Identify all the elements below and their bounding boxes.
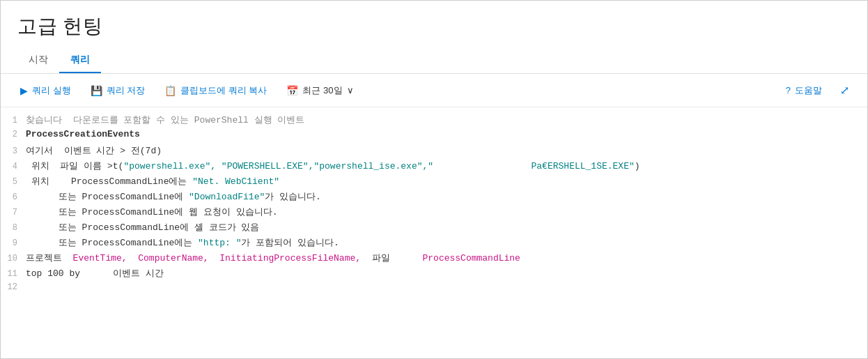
date-filter-button[interactable]: 📅 최근 30일 ∨ xyxy=(278,80,362,101)
tab-query[interactable]: 쿼리 xyxy=(59,48,101,73)
tabs-row: 시작 쿼리 xyxy=(1,48,867,74)
calendar-icon: 📅 xyxy=(286,85,298,96)
code-line-11: 11 top 100 by 이벤트 시간 xyxy=(1,266,867,282)
code-line-6: 6 또는 ProcessComandLine에 "DownloadFi1e"가 … xyxy=(1,190,867,205)
copy-query-button[interactable]: 📋 클립보드에 쿼리 복사 xyxy=(156,80,275,101)
code-line-2: 2 ProcessCreationEvents xyxy=(1,128,867,144)
page-title: 고급 헌팅 xyxy=(17,13,851,40)
code-line-4: 4 위치 파일 이름 >t("powershell.exe", "POWERSH… xyxy=(1,159,867,174)
play-icon: ▶ xyxy=(20,85,28,96)
expand-icon: ⤢ xyxy=(840,84,849,97)
code-line-9: 9 또는 ProcessComandLine에는 "http: "가 포함되어 … xyxy=(1,236,867,251)
save-icon: 💾 xyxy=(91,85,102,96)
toolbar: ▶ 쿼리 실행 💾 쿼리 저장 📋 클립보드에 쿼리 복사 📅 최근 30일 ∨… xyxy=(1,74,867,107)
code-line-5: 5 위치 ProcessCommandLine에는 "Net. WebC1ien… xyxy=(1,174,867,190)
code-editor[interactable]: 1 찾습니다 다운로드를 포함할 수 있는 PowerShell 실행 이벤트 … xyxy=(1,107,867,330)
run-query-button[interactable]: ▶ 쿼리 실행 xyxy=(12,80,79,101)
code-line-10: 10 프로젝트 EventTime, ComputerName, Initiat… xyxy=(1,251,867,266)
code-line-12: 12 xyxy=(1,282,867,297)
help-button[interactable]: ? 도움말 xyxy=(777,80,830,101)
help-icon: ? xyxy=(786,85,791,96)
code-line-1: 1 찾습니다 다운로드를 포함할 수 있는 PowerShell 실행 이벤트 xyxy=(1,113,867,128)
code-line-3: 3 여기서 이벤트 시간 > 전(7d) xyxy=(1,144,867,159)
code-line-7: 7 또는 ProcessComandLine에 웹 요청이 있습니다. xyxy=(1,205,867,220)
chevron-down-icon: ∨ xyxy=(347,85,354,96)
copy-icon: 📋 xyxy=(164,85,176,96)
code-line-8: 8 또는 ProcessCommandLine에 셸 코드가 있음 xyxy=(1,220,867,236)
page-container: 고급 헌팅 시작 쿼리 ▶ 쿼리 실행 💾 쿼리 저장 📋 클립보드에 쿼리 복… xyxy=(0,0,868,359)
save-query-button[interactable]: 💾 쿼리 저장 xyxy=(82,80,154,101)
tab-start[interactable]: 시작 xyxy=(17,48,59,73)
expand-button[interactable]: ⤢ xyxy=(833,79,856,101)
header: 고급 헌팅 xyxy=(1,1,867,45)
